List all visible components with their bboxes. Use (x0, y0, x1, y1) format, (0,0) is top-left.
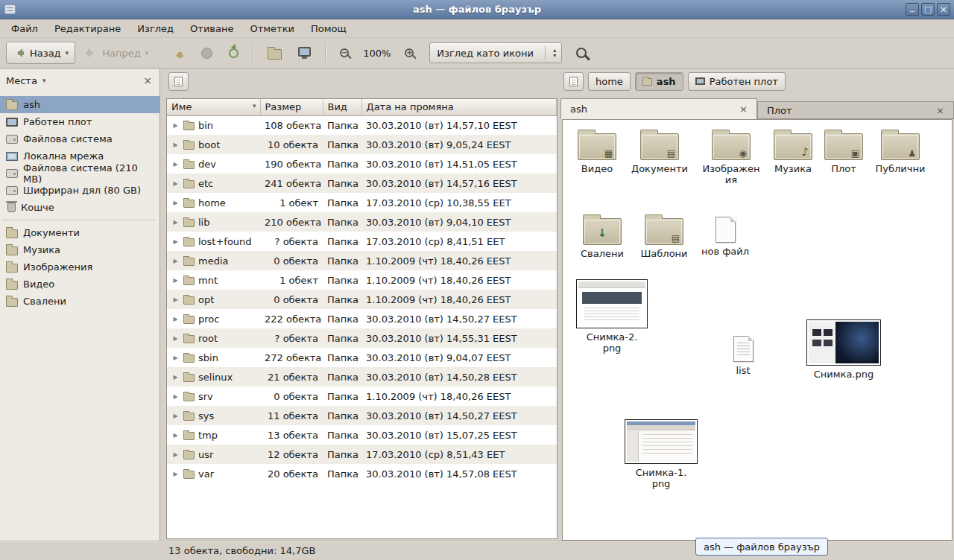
expander-icon[interactable] (171, 122, 180, 129)
expander-icon[interactable] (171, 413, 180, 419)
taskbar-window-button[interactable]: ash — файлов браузър (695, 538, 828, 556)
sidebar-close-button[interactable] (142, 74, 154, 86)
table-row[interactable]: sys 11 обекта Папка 30.03.2010 (вт) 14,5… (167, 406, 557, 425)
computer-button[interactable] (291, 42, 318, 64)
sidebar-item[interactable]: Работен плот (0, 113, 159, 130)
up-button[interactable] (168, 42, 192, 64)
column-header-name[interactable]: Име (167, 99, 260, 115)
zoom-out-button[interactable] (333, 42, 356, 64)
expander-icon[interactable] (171, 258, 180, 264)
expander-icon[interactable] (171, 354, 180, 361)
back-button[interactable]: Назад (6, 42, 75, 64)
expander-icon[interactable] (171, 161, 180, 168)
sidebar-item[interactable]: Файлова система (210 MB) (0, 165, 159, 182)
sidebar-item[interactable]: Кошче (0, 199, 159, 216)
menu-item[interactable]: Изглед (129, 21, 182, 36)
table-row[interactable]: media 0 обекта Папка 1.10.2009 (чт) 18,4… (167, 251, 557, 270)
sidebar-item[interactable]: Шифриран дял (80 GB) (0, 182, 159, 199)
sidebar-item[interactable]: Свалени (0, 293, 159, 310)
icon-item-templates[interactable]: Шаблони (637, 211, 691, 260)
table-row[interactable]: lib 210 обекта Папка 30.03.2010 (вт) 9,0… (167, 212, 557, 232)
view-mode-select[interactable]: Изглед като икони (429, 42, 562, 63)
table-row[interactable]: mnt 1 обект Папка 1.10.2009 (чт) 18,40,2… (167, 270, 557, 290)
sidebar-title[interactable]: Места (6, 75, 37, 86)
icon-item-snimka-1[interactable]: Снимка-1. png (621, 419, 701, 490)
expander-icon[interactable] (171, 335, 180, 342)
icon-item-desktop-folder[interactable]: Плот (822, 126, 865, 175)
column-header-date[interactable]: Дата на промяна (361, 99, 557, 115)
location-icon-button[interactable] (168, 72, 189, 91)
sidebar-item[interactable]: Видео (0, 276, 159, 293)
table-row[interactable]: lost+found ? обекта Папка 17.03.2010 (ср… (167, 232, 557, 251)
expander-icon[interactable] (171, 238, 180, 245)
table-row[interactable]: proc 222 обекта Папка 30.03.2010 (вт) 14… (167, 309, 557, 328)
expander-icon[interactable] (171, 316, 180, 322)
table-row[interactable]: selinux 21 обекта Папка 30.03.2010 (вт) … (167, 367, 557, 386)
expander-icon[interactable] (171, 219, 180, 226)
sidebar-item[interactable]: ash (0, 96, 159, 113)
expander-icon[interactable] (171, 141, 180, 148)
table-row[interactable]: sbin 272 обекта Папка 30.03.2010 (вт) 9,… (167, 348, 557, 367)
table-row[interactable]: tmp 13 обекта Папка 30.03.2010 (вт) 15,0… (167, 425, 557, 445)
sidebar-item[interactable]: Документи (0, 224, 159, 241)
table-row[interactable]: dev 190 обекта Папка 30.03.2010 (вт) 14,… (167, 154, 557, 174)
icon-item-video[interactable]: Видео (572, 126, 622, 175)
reload-button[interactable] (222, 42, 245, 64)
minimize-button[interactable] (906, 3, 919, 16)
icon-item-documents[interactable]: Документи (627, 126, 692, 175)
menu-item[interactable]: Отметки (241, 21, 302, 36)
table-row[interactable]: boot 10 обекта Папка 30.03.2010 (вт) 9,0… (167, 135, 557, 154)
icon-item-pictures[interactable]: Изображен ия (700, 126, 762, 186)
icon-item-snimka[interactable]: Снимка.png (803, 319, 885, 381)
expander-icon[interactable] (171, 277, 180, 284)
tab-close-icon[interactable] (739, 104, 748, 115)
sidebar-item[interactable]: Файлова система (0, 130, 159, 147)
menu-item[interactable]: Файл (3, 21, 46, 36)
maximize-button[interactable] (921, 3, 935, 16)
breadcrumb-ash[interactable]: ash (635, 72, 683, 91)
close-button[interactable] (937, 3, 950, 16)
table-row[interactable]: var 20 обекта Папка 30.03.2010 (вт) 14,5… (167, 464, 557, 483)
tab-close-icon[interactable] (936, 105, 944, 116)
icon-item-list[interactable]: list (725, 330, 761, 377)
expander-icon[interactable] (171, 471, 180, 477)
expander-icon[interactable] (171, 432, 180, 439)
icon-item-public[interactable]: Публични (871, 126, 929, 175)
icon-item-new-file[interactable]: нов файл (700, 211, 751, 258)
search-button[interactable] (569, 42, 593, 64)
expander-icon[interactable] (171, 200, 180, 206)
menu-item[interactable]: Помощ (303, 21, 355, 36)
expander-icon[interactable] (171, 451, 180, 458)
column-header-type[interactable]: Вид (323, 99, 361, 115)
table-row[interactable]: etc 241 обекта Папка 30.03.2010 (вт) 14,… (167, 174, 557, 193)
table-row[interactable]: srv 0 обекта Папка 1.10.2009 (чт) 18,40,… (167, 386, 557, 406)
sidebar-item[interactable]: Музика (0, 241, 159, 258)
icon-item-downloads[interactable]: Свалени (576, 211, 628, 260)
sidebar-item[interactable]: Изображения (0, 258, 159, 276)
location-icon-button[interactable] (563, 72, 584, 91)
icon-item-snimka-2[interactable]: Снимка-2. png (572, 279, 652, 354)
table-row[interactable]: usr 12 обекта Папка 17.03.2010 (ср) 8,51… (167, 445, 557, 464)
forward-button[interactable]: Напред (78, 42, 155, 64)
tab-ash[interactable]: ash (560, 98, 757, 119)
expander-icon[interactable] (171, 374, 180, 381)
breadcrumb-desktop[interactable]: Работен плот (688, 72, 786, 91)
stop-button[interactable] (195, 42, 219, 64)
menu-item[interactable]: Редактиране (46, 21, 129, 36)
zoom-in-button[interactable] (398, 42, 420, 64)
expander-icon[interactable] (171, 393, 180, 400)
table-row[interactable]: opt 0 обекта Папка 1.10.2009 (чт) 18,40,… (167, 290, 557, 309)
home-button[interactable] (261, 42, 288, 64)
sidebar-selector-icon[interactable] (42, 77, 46, 84)
icon-item-music[interactable]: Музика (768, 126, 818, 175)
menu-item[interactable]: Отиване (182, 21, 241, 36)
back-dropdown-icon[interactable] (66, 49, 69, 57)
table-row[interactable]: home 1 обект Папка 17.03.2010 (ср) 10,38… (167, 193, 557, 212)
table-row[interactable]: bin 108 обекта Папка 30.03.2010 (вт) 14,… (167, 115, 557, 135)
column-header-size[interactable]: Размер (260, 99, 323, 115)
expander-icon[interactable] (171, 296, 180, 303)
tab-plot[interactable]: Плот (757, 101, 954, 119)
expander-icon[interactable] (171, 180, 180, 187)
table-row[interactable]: root ? обекта Папка 30.03.2010 (вт) 14,5… (167, 328, 557, 348)
breadcrumb-home[interactable]: home (588, 72, 631, 91)
